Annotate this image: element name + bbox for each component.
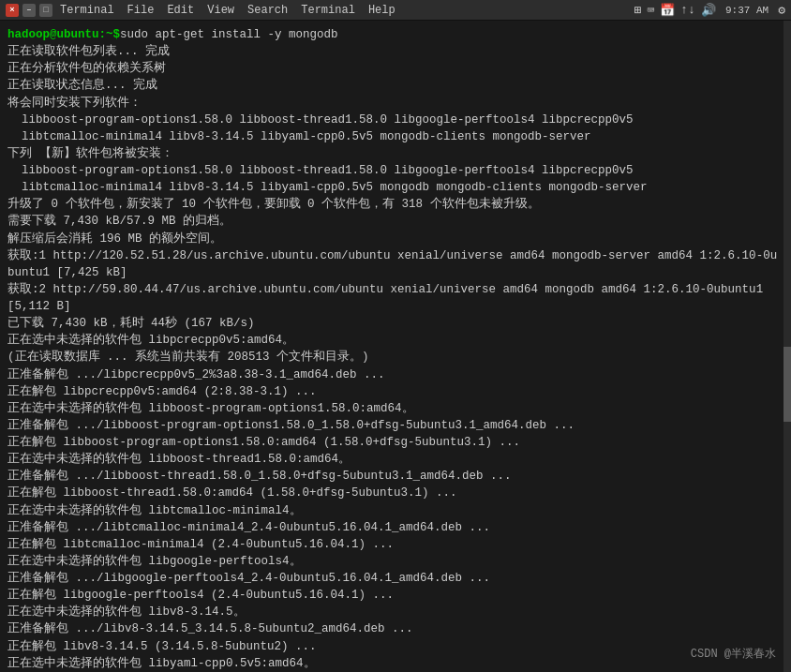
output-line: 正在分析软件包的依赖关系树: [7, 60, 784, 77]
output-line: 正在读取软件包列表... 完成: [7, 43, 784, 60]
output-line: 正在选中未选择的软件包 libpcrecpp0v5:amd64。: [7, 332, 784, 349]
output-line: 正在解包 libv8-3.14.5 (3.14.5.8-5ubuntu2) ..…: [7, 638, 784, 655]
output-line: 正在读取状态信息... 完成: [7, 77, 784, 94]
output-line: 获取:1 http://120.52.51.28/us.archive.ubun…: [7, 247, 784, 281]
maximize-button[interactable]: □: [39, 4, 52, 17]
output-line: 正准备解包 .../libv8-3.14.5_3.14.5.8-5ubuntu2…: [7, 620, 784, 637]
menu-view[interactable]: View: [207, 4, 234, 17]
prompt-command: sudo apt-get install -y mongodb: [120, 26, 338, 43]
signal-icon: ↑↓: [680, 3, 695, 17]
menu-help[interactable]: Help: [368, 4, 396, 17]
settings-icon[interactable]: ⚙: [778, 3, 785, 18]
output-line: libtcmalloc-minimal4 libv8-3.14.5 libyam…: [7, 179, 784, 196]
command-line: hadoop@ubuntu :~$ sudo apt-get install -…: [7, 26, 784, 43]
output-line: 正在解包 libtcmalloc-minimal4 (2.4-0ubuntu5.…: [7, 536, 784, 553]
scrollbar[interactable]: [784, 21, 791, 672]
output-line: 需要下载 7,430 kB/57.9 MB 的归档。: [7, 213, 784, 230]
output-line: 正在选中未选择的软件包 libyaml-cpp0.5v5:amd64。: [7, 655, 784, 672]
output-line: 正准备解包 .../libgoogle-perftools4_2.4-0ubun…: [7, 570, 784, 587]
output-line: (正在读取数据库 ... 系统当前共装有 208513 个文件和目录。): [7, 349, 784, 366]
output-line: 正在解包 libgoogle-perftools4 (2.4-0ubuntu5.…: [7, 587, 784, 604]
close-button[interactable]: ×: [6, 4, 19, 17]
output-line: 正准备解包 .../libboost-program-options1.58.0…: [7, 417, 784, 434]
calendar-icon: 📅: [660, 3, 675, 18]
output-line: 将会同时安装下列软件：: [7, 95, 784, 112]
output-line: 正准备解包 .../libpcrecpp0v5_2%3a8.38-3.1_amd…: [7, 366, 784, 383]
menu-file[interactable]: File: [127, 4, 155, 17]
keyboard-icon: ⌨: [648, 3, 655, 18]
prompt-user: hadoop@ubuntu: [7, 26, 99, 43]
titlebar: × – □ Terminal File Edit View Search Ter…: [0, 0, 791, 21]
system-icons: ⊞ ⌨ 📅 ↑↓ 🔊: [634, 3, 716, 18]
minimize-button[interactable]: –: [22, 4, 36, 17]
output-line: 正在选中未选择的软件包 libtcmalloc-minimal4。: [7, 502, 784, 519]
output-line: 正在选中未选择的软件包 libboost-thread1.58.0:amd64。: [7, 451, 784, 468]
output-line: 已下载 7,430 kB，耗时 44秒 (167 kB/s): [7, 315, 784, 332]
menu-search[interactable]: Search: [247, 4, 288, 17]
output-line: 正在解包 libpcrecpp0v5:amd64 (2:8.38-3.1) ..…: [7, 383, 784, 400]
output-line: 正在选中未选择的软件包 libgoogle-perftools4。: [7, 553, 784, 570]
scrollbar-thumb[interactable]: [784, 347, 791, 422]
output-line: 正准备解包 .../libboost-thread1.58.0_1.58.0+d…: [7, 468, 784, 485]
output-line: 下列 【新】软件包将被安装：: [7, 145, 784, 162]
menu-edit[interactable]: Edit: [167, 4, 194, 17]
menu-terminal[interactable]: Terminal: [60, 4, 114, 17]
output-line: 正准备解包 .../libtcmalloc-minimal4_2.4-0ubun…: [7, 519, 784, 536]
volume-icon: 🔊: [701, 3, 716, 18]
network-icon: ⊞: [634, 3, 642, 18]
window-controls[interactable]: × – □: [6, 4, 52, 17]
output-line: 升级了 0 个软件包，新安装了 10 个软件包，要卸载 0 个软件包，有 318…: [7, 196, 784, 213]
output-line: 正在选中未选择的软件包 libboost-program-options1.58…: [7, 400, 784, 417]
menu-terminal2[interactable]: Terminal: [301, 4, 355, 17]
output-line: libboost-program-options1.58.0 libboost-…: [7, 162, 784, 179]
output-line: 正在解包 libboost-thread1.58.0:amd64 (1.58.0…: [7, 485, 784, 501]
watermark: CSDN @半溪春水: [691, 647, 776, 663]
terminal-window[interactable]: hadoop@ubuntu :~$ sudo apt-get install -…: [0, 21, 791, 672]
prompt-path: :~$: [99, 26, 121, 43]
output-line: 正在解包 libboost-program-options1.58.0:amd6…: [7, 434, 784, 451]
output-line: 获取:2 http://59.80.44.47/us.archive.ubunt…: [7, 281, 784, 315]
output-line: libboost-program-options1.58.0 libboost-…: [7, 112, 784, 128]
clock: 9:37 AM: [725, 5, 769, 16]
titlebar-right: ⊞ ⌨ 📅 ↑↓ 🔊 9:37 AM ⚙: [634, 3, 785, 18]
menu-bar: Terminal File Edit View Search Terminal …: [60, 4, 634, 17]
output-line: libtcmalloc-minimal4 libv8-3.14.5 libyam…: [7, 128, 784, 145]
output-line: 解压缩后会消耗 196 MB 的额外空间。: [7, 231, 784, 247]
output-line: 正在选中未选择的软件包 libv8-3.14.5。: [7, 604, 784, 620]
